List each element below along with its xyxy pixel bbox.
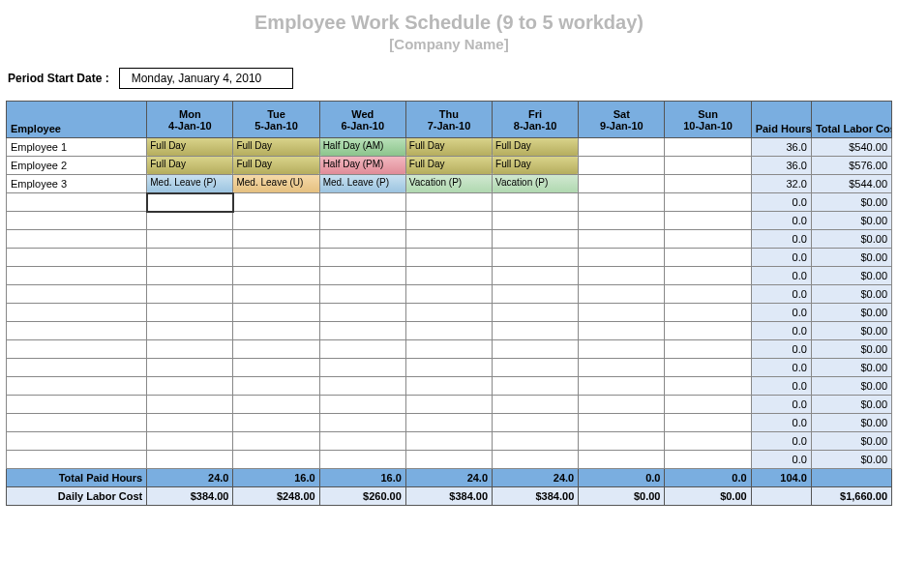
schedule-cell[interactable] <box>147 212 233 230</box>
header-paid-hours[interactable]: Paid Hours <box>751 102 811 138</box>
schedule-cell[interactable] <box>665 175 751 193</box>
schedule-cell[interactable] <box>665 157 751 175</box>
schedule-cell[interactable] <box>233 193 319 212</box>
header-thu[interactable]: Thu7-Jan-10 <box>405 102 492 138</box>
schedule-cell[interactable] <box>233 340 319 359</box>
schedule-cell[interactable] <box>233 212 319 230</box>
schedule-cell[interactable] <box>233 285 319 304</box>
schedule-cell[interactable] <box>579 267 665 285</box>
schedule-cell[interactable] <box>405 414 492 432</box>
schedule-cell[interactable] <box>147 285 233 304</box>
schedule-cell[interactable] <box>147 267 233 285</box>
schedule-cell[interactable] <box>665 138 751 157</box>
schedule-cell[interactable] <box>579 175 665 193</box>
schedule-cell[interactable] <box>665 285 751 304</box>
schedule-cell[interactable] <box>579 230 665 249</box>
schedule-cell[interactable] <box>665 304 751 322</box>
schedule-cell[interactable] <box>579 359 665 377</box>
schedule-cell[interactable] <box>579 414 665 432</box>
employee-name-cell[interactable] <box>7 396 147 414</box>
schedule-cell[interactable] <box>579 249 665 267</box>
schedule-cell[interactable] <box>579 157 665 175</box>
schedule-cell[interactable] <box>147 451 233 469</box>
schedule-cell[interactable] <box>493 304 579 322</box>
schedule-cell[interactable] <box>405 377 492 396</box>
schedule-cell[interactable]: Full Day <box>233 157 319 175</box>
schedule-cell[interactable] <box>147 340 233 359</box>
schedule-cell[interactable] <box>405 432 492 451</box>
schedule-cell[interactable] <box>665 377 751 396</box>
employee-name-cell[interactable]: Employee 2 <box>7 157 147 175</box>
schedule-cell[interactable] <box>405 193 492 212</box>
schedule-cell[interactable] <box>493 212 579 230</box>
schedule-cell[interactable]: Med. Leave (P) <box>147 175 233 193</box>
schedule-cell[interactable] <box>493 451 579 469</box>
schedule-cell[interactable] <box>319 193 405 212</box>
schedule-cell[interactable] <box>665 451 751 469</box>
schedule-cell[interactable] <box>147 359 233 377</box>
employee-name-cell[interactable] <box>7 193 147 212</box>
header-mon[interactable]: Mon4-Jan-10 <box>147 102 233 138</box>
schedule-cell[interactable] <box>493 285 579 304</box>
schedule-cell[interactable] <box>405 249 492 267</box>
schedule-cell[interactable]: Full Day <box>405 138 492 157</box>
schedule-cell[interactable] <box>233 377 319 396</box>
schedule-cell[interactable] <box>493 414 579 432</box>
schedule-cell[interactable] <box>579 304 665 322</box>
schedule-cell[interactable] <box>319 230 405 249</box>
employee-name-cell[interactable] <box>7 212 147 230</box>
schedule-cell[interactable] <box>579 193 665 212</box>
schedule-cell[interactable] <box>147 249 233 267</box>
schedule-cell[interactable]: ▾ <box>147 193 233 212</box>
schedule-cell[interactable] <box>233 322 319 340</box>
schedule-cell[interactable] <box>665 414 751 432</box>
schedule-cell[interactable] <box>233 267 319 285</box>
schedule-cell[interactable] <box>147 377 233 396</box>
header-labor-cost[interactable]: Total Labor Cost <box>811 102 891 138</box>
schedule-cell[interactable] <box>493 432 579 451</box>
schedule-cell[interactable] <box>579 396 665 414</box>
schedule-cell[interactable] <box>579 322 665 340</box>
schedule-cell[interactable]: Full Day <box>233 138 319 157</box>
schedule-cell[interactable]: Vacation (P) <box>405 175 492 193</box>
schedule-cell[interactable]: Full Day <box>405 157 492 175</box>
schedule-cell[interactable] <box>147 414 233 432</box>
employee-name-cell[interactable] <box>7 359 147 377</box>
schedule-cell[interactable] <box>405 212 492 230</box>
schedule-cell[interactable] <box>319 304 405 322</box>
schedule-cell[interactable] <box>493 396 579 414</box>
schedule-cell[interactable] <box>233 414 319 432</box>
schedule-cell[interactable]: Med. Leave (U) <box>233 175 319 193</box>
schedule-cell[interactable] <box>319 359 405 377</box>
schedule-cell[interactable] <box>319 377 405 396</box>
schedule-cell[interactable] <box>665 230 751 249</box>
schedule-cell[interactable] <box>147 322 233 340</box>
schedule-cell[interactable] <box>405 451 492 469</box>
employee-name-cell[interactable] <box>7 285 147 304</box>
schedule-cell[interactable] <box>579 451 665 469</box>
schedule-cell[interactable] <box>579 138 665 157</box>
schedule-cell[interactable] <box>405 322 492 340</box>
schedule-cell[interactable] <box>405 359 492 377</box>
schedule-cell[interactable] <box>319 396 405 414</box>
schedule-cell[interactable] <box>319 414 405 432</box>
schedule-cell[interactable] <box>665 432 751 451</box>
schedule-cell[interactable]: Med. Leave (P) <box>319 175 405 193</box>
employee-name-cell[interactable] <box>7 377 147 396</box>
header-employee[interactable]: Employee <box>7 102 147 138</box>
schedule-cell[interactable] <box>405 340 492 359</box>
employee-name-cell[interactable] <box>7 432 147 451</box>
schedule-cell[interactable] <box>579 432 665 451</box>
schedule-cell[interactable]: Vacation (P) <box>493 175 579 193</box>
header-sun[interactable]: Sun10-Jan-10 <box>665 102 751 138</box>
schedule-cell[interactable]: Half Day (AM) <box>319 138 405 157</box>
header-sat[interactable]: Sat9-Jan-10 <box>579 102 665 138</box>
schedule-cell[interactable] <box>493 249 579 267</box>
schedule-cell[interactable] <box>147 432 233 451</box>
employee-name-cell[interactable]: Employee 3 <box>7 175 147 193</box>
employee-name-cell[interactable]: Employee 1 <box>7 138 147 157</box>
period-start-input[interactable]: Monday, January 4, 2010 <box>119 68 293 89</box>
schedule-cell[interactable] <box>319 451 405 469</box>
header-wed[interactable]: Wed6-Jan-10 <box>319 102 405 138</box>
schedule-cell[interactable] <box>579 340 665 359</box>
